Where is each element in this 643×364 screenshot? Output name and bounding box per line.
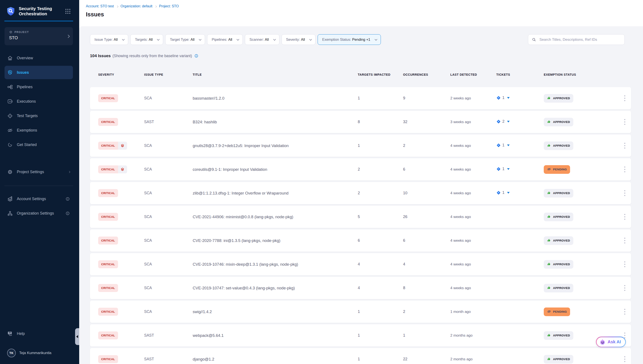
status-label: APPROVED bbox=[553, 263, 570, 266]
table-row[interactable]: CRITICALSCAbassmaster//1.2.0192 weeks ag… bbox=[90, 87, 631, 109]
search-input[interactable] bbox=[539, 37, 621, 42]
filter-pipelines[interactable]: Pipelines:All bbox=[207, 34, 243, 45]
breadcrumb-org-link[interactable]: Organization: default bbox=[121, 4, 153, 8]
table-row[interactable]: CRITICALSCACVE-2020-7788: ini@1.3.5 (lan… bbox=[90, 230, 631, 252]
app-switcher-grid-icon[interactable] bbox=[65, 9, 70, 14]
row-menu-kebab-icon[interactable] bbox=[622, 142, 627, 150]
table-row[interactable]: CRITICALSASTwebpack@5.64.1112 months ago… bbox=[90, 324, 631, 346]
status-label: APPROVED bbox=[553, 239, 570, 242]
filter-targets[interactable]: Targets:All bbox=[130, 34, 163, 45]
executions-icon bbox=[7, 98, 13, 104]
status-badge: APPROVED bbox=[544, 355, 573, 364]
ticket-dropdown[interactable]: 1 bbox=[496, 190, 510, 195]
sidebar-item-label: Account Settings bbox=[17, 197, 46, 201]
sidebar-item-organization-settings[interactable]: Organization Settings bbox=[5, 206, 73, 220]
table-row[interactable]: CRITICALSCAswig//1.4.2121 month agoPENDI… bbox=[90, 300, 631, 323]
filter-severity[interactable]: Severity:All bbox=[282, 34, 316, 45]
user-profile[interactable]: TK Teja Kummarikuntla bbox=[5, 346, 73, 360]
row-menu-kebab-icon[interactable] bbox=[622, 212, 627, 221]
sidebar-item-project-settings[interactable]: Project Settings bbox=[5, 165, 73, 178]
row-menu-kebab-icon[interactable] bbox=[622, 165, 627, 174]
sidebar-item-exemptions[interactable]: Exemptions bbox=[5, 124, 73, 137]
targets-impacted: 1 bbox=[358, 144, 403, 148]
issues-summary: 104 Issues (Showing results only from th… bbox=[90, 54, 631, 58]
project-label: PROJECT bbox=[15, 30, 29, 34]
tickets-cell: 1 bbox=[496, 143, 544, 148]
last-detected: 2 months ago bbox=[450, 357, 496, 362]
sidebar-collapse-handle[interactable] bbox=[75, 328, 79, 345]
issues-shield-icon bbox=[7, 70, 13, 76]
project-selector[interactable]: PROJECT STO bbox=[5, 27, 73, 45]
severity-cell: CRITICAL bbox=[98, 166, 144, 173]
row-menu-kebab-icon[interactable] bbox=[622, 189, 627, 197]
info-icon[interactable] bbox=[194, 54, 199, 58]
issue-title: swig//1.4.2 bbox=[193, 310, 358, 314]
occurrences: 4 bbox=[403, 262, 450, 266]
severity-cell: CRITICAL bbox=[98, 355, 144, 363]
issue-title: CVE-2021-44906: minimist@0.0.8 (lang-pkg… bbox=[193, 214, 358, 219]
table-row[interactable]: CRITICALSCACVE-2019-10747: set-value@0.4… bbox=[90, 277, 631, 299]
row-menu-kebab-icon[interactable] bbox=[622, 94, 627, 102]
severity-label: CRITICAL bbox=[98, 308, 118, 316]
breadcrumb-account-link[interactable]: Account: STO test bbox=[86, 4, 114, 8]
sidebar-item-pipelines[interactable]: Pipelines bbox=[5, 80, 73, 94]
occurrences: 6 bbox=[403, 167, 450, 172]
exemption-status-cell: PENDING bbox=[544, 165, 619, 174]
breadcrumb-project-link[interactable]: Project: STO bbox=[159, 4, 179, 8]
filter-value: Pending +1 bbox=[352, 38, 370, 42]
ticket-dropdown[interactable]: 2 bbox=[496, 119, 510, 124]
last-detected: 2 months ago bbox=[450, 334, 496, 338]
table-row[interactable]: CRITICALSCAgnutls28@3.7.9-2+deb12u5: Imp… bbox=[90, 134, 631, 157]
occurrences: 22 bbox=[403, 357, 450, 362]
jira-icon bbox=[496, 96, 501, 100]
ticket-dropdown[interactable]: 1 bbox=[496, 96, 510, 100]
ask-ai-button[interactable]: Ask AI bbox=[596, 336, 626, 347]
table-row[interactable]: CRITICALSCAzlib@1:1.2.13.dfsg-1: Integer… bbox=[90, 182, 631, 204]
filter-label: Severity: bbox=[286, 38, 300, 42]
info-icon[interactable] bbox=[65, 211, 70, 216]
sidebar-item-issues[interactable]: Issues bbox=[5, 66, 73, 79]
issues-table: CRITICALSCAbassmaster//1.2.0192 weeks ag… bbox=[90, 87, 631, 364]
filter-scanner[interactable]: Scanner:All bbox=[245, 34, 279, 45]
row-menu-kebab-icon[interactable] bbox=[622, 284, 627, 292]
table-row[interactable]: CRITICALSASTB324: hashlib8323 weeks ago2… bbox=[90, 111, 631, 133]
table-row[interactable]: CRITICALSCACVE-2019-10746: mixin-deep@1.… bbox=[90, 253, 631, 275]
ticket-count: 1 bbox=[502, 167, 504, 171]
layers-gear-icon bbox=[7, 196, 13, 202]
row-menu-kebab-icon[interactable] bbox=[622, 308, 627, 316]
sidebar-item-test-targets[interactable]: Test Targets bbox=[5, 109, 73, 122]
row-menu-kebab-icon[interactable] bbox=[622, 355, 627, 363]
sidebar-item-label: Executions bbox=[17, 99, 36, 104]
sidebar-item-get-started[interactable]: Get Started bbox=[5, 138, 73, 152]
filter-exemption-status[interactable]: Exemption Status:Pending +1 bbox=[318, 34, 381, 45]
info-icon[interactable] bbox=[65, 197, 70, 201]
filter-issue-type[interactable]: Issue Type:All bbox=[90, 34, 128, 45]
table-row[interactable]: CRITICALSASTdjango@1.21222 months agoAPP… bbox=[90, 348, 631, 364]
table-row[interactable]: CRITICALSCAcoreutils@9.1-1: Improper Inp… bbox=[90, 158, 631, 180]
ticket-dropdown[interactable]: 1 bbox=[496, 167, 510, 171]
severity-cell: CRITICAL bbox=[98, 260, 144, 268]
sidebar-item-account-settings[interactable]: Account Settings bbox=[5, 192, 73, 206]
status-badge: APPROVED bbox=[544, 94, 573, 103]
tickets-cell: 2 bbox=[496, 119, 544, 125]
row-menu-kebab-icon[interactable] bbox=[622, 260, 627, 268]
table-row[interactable]: CRITICALSCACVE-2021-44906: minimist@0.0.… bbox=[90, 206, 631, 228]
row-menu-kebab-icon[interactable] bbox=[622, 236, 627, 245]
severity-label: CRITICAL bbox=[98, 284, 118, 292]
exemption-status-cell: APPROVED bbox=[544, 236, 619, 245]
targets-impacted: 1 bbox=[358, 310, 403, 314]
filter-target-type[interactable]: Target Type:All bbox=[165, 34, 205, 45]
chevron-right-icon bbox=[67, 34, 69, 38]
sidebar-item-executions[interactable]: Executions bbox=[5, 95, 73, 108]
severity-badge: CRITICAL bbox=[98, 260, 118, 268]
severity-badge: CRITICAL bbox=[98, 166, 127, 173]
issue-type: SCA bbox=[144, 262, 193, 266]
cube-icon bbox=[9, 30, 13, 34]
row-menu-kebab-icon[interactable] bbox=[622, 118, 627, 126]
filter-label: Issue Type: bbox=[95, 38, 113, 42]
filter-value: All bbox=[149, 38, 153, 42]
ticket-dropdown[interactable]: 1 bbox=[496, 143, 510, 148]
severity-cell: CRITICAL bbox=[98, 142, 144, 150]
sidebar-item-overview[interactable]: Overview bbox=[5, 51, 73, 65]
sidebar-item-help[interactable]: Help bbox=[5, 327, 73, 340]
